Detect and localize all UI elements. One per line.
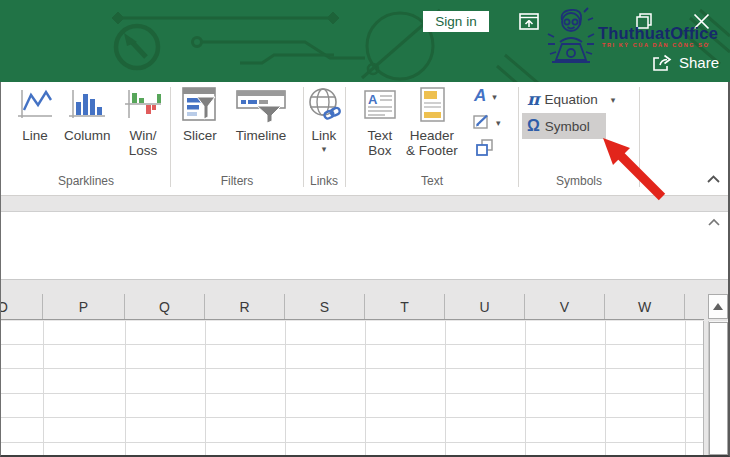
slicer-button[interactable]: Slicer: [180, 86, 220, 143]
line-sparkline-button[interactable]: Line: [15, 86, 55, 143]
svg-text:A: A: [368, 92, 378, 107]
wordart-button[interactable]: A ▾: [474, 86, 497, 106]
link-globe-icon: [305, 86, 343, 124]
formula-collapse-chevron[interactable]: [707, 217, 721, 227]
sign-in-label: Sign in: [435, 14, 476, 29]
ribbon: Line Column: [1, 82, 728, 196]
sparklines-group-label: Sparklines: [7, 174, 165, 188]
winloss-label-1: Win/: [130, 128, 157, 143]
link-dropdown-caret[interactable]: ▾: [322, 145, 327, 153]
gridline: [285, 321, 286, 455]
omega-icon: Ω: [527, 117, 540, 135]
symbol-label: Symbol: [545, 119, 590, 134]
header-footer-label-1: Header: [410, 128, 454, 143]
slicer-label: Slicer: [183, 128, 217, 143]
textbox-label-2: Box: [368, 143, 391, 158]
link-label: Link: [312, 128, 337, 143]
link-button[interactable]: Link ▾: [305, 86, 343, 153]
text-box-button[interactable]: A Text Box: [361, 86, 399, 158]
scroll-up-button[interactable]: [708, 294, 728, 319]
filters-group-label: Filters: [173, 174, 301, 188]
share-label: Share: [679, 54, 719, 71]
group-separator: [518, 87, 519, 187]
equation-button[interactable]: π Equation ▾: [522, 86, 620, 112]
vertical-scrollbar-track[interactable]: [708, 321, 728, 455]
gridline: [43, 321, 44, 455]
formula-bar-panel[interactable]: [1, 211, 728, 280]
winloss-sparkline-icon: [121, 86, 165, 124]
line-sparkline-icon: [15, 86, 55, 124]
gridline: [445, 321, 446, 455]
column-header-Q[interactable]: Q: [125, 294, 205, 319]
ribbon-display-options-icon[interactable]: [519, 13, 539, 30]
textbox-icon: A: [361, 86, 399, 124]
app-body: Line Column: [0, 82, 730, 457]
vertical-scrollbar-thumb[interactable]: [709, 322, 728, 455]
text-group-label: Text: [347, 174, 517, 188]
column-header-O[interactable]: O: [1, 294, 43, 319]
links-group-label: Links: [305, 174, 343, 188]
brand-name: ThuthuatOffice: [598, 24, 718, 43]
equation-label: Equation: [544, 92, 597, 107]
wordart-icon: A: [474, 86, 486, 106]
share-button[interactable]: Share: [651, 53, 719, 72]
gridline: [685, 321, 686, 455]
column-headers: O P Q R S T U V W: [1, 294, 704, 320]
column-header-P[interactable]: P: [43, 294, 125, 319]
group-separator: [170, 87, 171, 187]
gridline: [205, 321, 206, 455]
symbols-group-label: Symbols: [520, 174, 638, 188]
signature-line-icon: [472, 112, 491, 131]
column-label: Column: [64, 128, 111, 143]
timeline-label: Timeline: [236, 128, 287, 143]
line-label: Line: [22, 128, 48, 143]
column-header-T[interactable]: T: [365, 294, 445, 319]
header-footer-icon: [413, 86, 451, 124]
brand-tagline: TRI KỶ CỦA DÂN CÔNG SỞ: [602, 42, 710, 48]
object-icon: [474, 138, 494, 157]
group-separator: [303, 87, 304, 187]
object-button[interactable]: [474, 138, 494, 157]
title-bar: Sign in: [0, 0, 730, 82]
timeline-button[interactable]: Timeline: [229, 86, 293, 143]
group-separator: [639, 87, 640, 187]
symbol-button[interactable]: Ω Symbol: [522, 113, 606, 139]
signature-dropdown-caret: ▾: [496, 119, 501, 127]
wordart-dropdown-caret: ▾: [492, 93, 497, 101]
excel-window: Sign in: [0, 0, 730, 457]
worksheet-grid[interactable]: [1, 321, 704, 455]
winloss-label-2: Loss: [129, 143, 158, 158]
group-separator: [345, 87, 346, 187]
equation-dropdown-caret[interactable]: ▾: [611, 96, 616, 104]
slicer-icon: [180, 86, 220, 124]
column-header-R[interactable]: R: [205, 294, 285, 319]
column-sparkline-button[interactable]: Column: [64, 86, 111, 143]
column-header-U[interactable]: U: [445, 294, 525, 319]
winloss-sparkline-button[interactable]: Win/ Loss: [121, 86, 165, 158]
gridline: [365, 321, 366, 455]
header-footer-label-2: & Footer: [406, 143, 458, 158]
column-header-W[interactable]: W: [605, 294, 685, 319]
textbox-label-1: Text: [368, 128, 393, 143]
pi-icon: π: [527, 89, 539, 109]
gridline: [125, 321, 126, 455]
column-header-V[interactable]: V: [525, 294, 605, 319]
column-sparkline-icon: [65, 86, 109, 124]
gridline: [605, 321, 606, 455]
scroll-up-arrow-icon: [713, 303, 723, 310]
brand-person-icon: [540, 4, 602, 66]
header-footer-button[interactable]: Header & Footer: [406, 86, 458, 158]
signature-line-button[interactable]: ▾: [472, 112, 501, 131]
timeline-icon: [229, 86, 293, 124]
column-header-S[interactable]: S: [285, 294, 365, 319]
share-icon: [651, 53, 673, 72]
gridline: [525, 321, 526, 455]
ribbon-collapse-chevron[interactable]: [706, 174, 721, 184]
sign-in-button[interactable]: Sign in: [423, 11, 489, 32]
column-header-partial[interactable]: [685, 294, 704, 319]
